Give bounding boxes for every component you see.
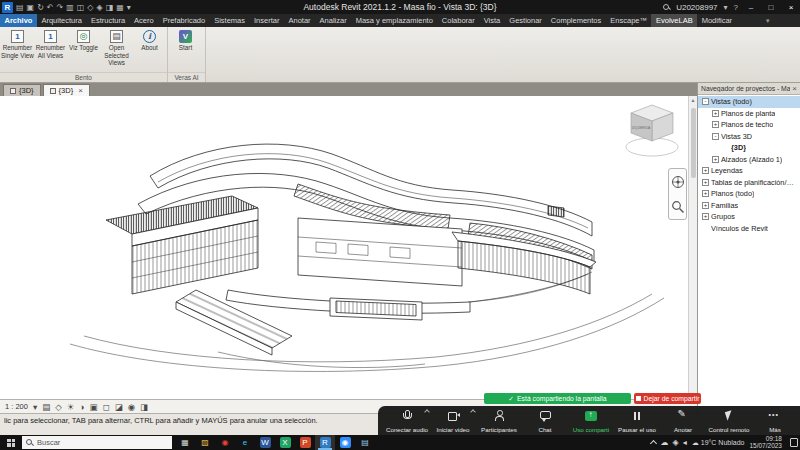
help-icon[interactable]: ? [734,3,738,12]
ribbon-tab[interactable]: Colaborar [437,14,479,27]
qat-dropdown-icon[interactable]: ▾ [127,3,131,12]
visual-style-icon[interactable]: ◇ [55,402,62,412]
minimize-button[interactable]: – [744,3,758,12]
expander-icon[interactable]: - [712,133,719,140]
pause-share-button[interactable]: Pausar el uso [614,408,660,434]
tree-item[interactable]: - Vistas 3D [698,131,800,143]
reveal-hidden-icon[interactable]: ◉ [128,402,135,412]
section-icon[interactable]: ◨ [106,3,114,12]
ribbon-options-icon[interactable]: ▾ [766,14,770,27]
clock[interactable]: 09:18 15/07/2023 [749,436,782,450]
weather-widget[interactable]: ☁ 19°C Nublado [692,439,745,447]
redo-icon[interactable]: ↷ [57,3,64,12]
stop-share-button[interactable]: Dejar de compartir [634,393,701,404]
notification-center-icon[interactable] [790,438,798,447]
tree-item[interactable]: Vínculos de Revit [698,223,800,235]
user-account[interactable]: U20208997 [676,3,717,12]
tree-item[interactable]: + Planos de planta [698,108,800,120]
file-explorer-icon[interactable]: ▨ [195,435,215,450]
viz-toggle-button[interactable]: Viz Toggle [67,29,100,72]
scale-dropdown-icon[interactable]: ▾ [33,402,37,412]
revit-app-menu-icon[interactable]: R [2,2,13,13]
thin-lines-icon[interactable]: ▦ [116,3,124,12]
tree-item[interactable]: + Planos (todo) [698,188,800,200]
zoom-tool-icon[interactable] [671,200,685,214]
detail-level-icon[interactable]: ▤ [42,402,50,412]
tree-item[interactable]: + Grupos [698,211,800,223]
zoom-icon[interactable]: ◉ [335,435,355,450]
tree-item[interactable]: + Alzados (Alzado 1) [698,154,800,166]
ribbon-tab[interactable]: Insertar [250,14,284,27]
tag-icon[interactable]: ◇ [87,3,93,12]
volume-icon[interactable]: ◂ [683,438,687,447]
save-icon[interactable]: ▣ [27,3,35,12]
temporary-hide-icon[interactable]: ◪ [115,402,123,412]
maximize-button[interactable]: □ [764,3,778,12]
onedrive-icon[interactable]: ☁ [661,438,669,447]
sync-icon[interactable]: ↻ [37,3,44,12]
3d-view-icon[interactable]: ◈ [97,3,103,12]
view-cube[interactable]: IZQUIERDA [621,101,683,161]
ribbon-tab[interactable]: Masa y emplazamiento [351,14,437,27]
edge-icon[interactable]: e [235,435,255,450]
view-tab[interactable]: {3D} × [43,84,90,96]
chrome-icon[interactable]: ◉ [215,435,235,450]
show-hidden-icons[interactable] [650,440,657,447]
sun-path-icon[interactable]: ☀ [67,402,75,412]
start-button[interactable] [0,435,22,450]
open-icon[interactable]: ▤ [16,3,24,12]
undo-icon[interactable]: ↶ [47,3,54,12]
ribbon-tab[interactable]: Archivo [0,14,37,27]
start-button[interactable]: Start [169,29,202,72]
ribbon-tab[interactable]: Analizar [315,14,351,27]
expander-icon[interactable]: + [702,213,709,220]
search-icon[interactable] [663,4,670,11]
tree-item[interactable]: - Vistas (todo) [698,96,800,108]
close-view-icon[interactable]: × [78,86,83,95]
expander-icon[interactable]: + [702,167,709,174]
expander-icon[interactable]: + [702,190,709,197]
participants-button[interactable]: Participantes [476,408,522,434]
chevron-up-icon[interactable] [470,409,476,415]
powerpoint-icon[interactable]: P [295,435,315,450]
ribbon-tab[interactable]: Arquitectura [37,14,86,27]
crop-view-icon[interactable]: ▣ [90,402,98,412]
expander-icon[interactable]: + [712,121,719,128]
ribbon-tab[interactable]: Anotar [284,14,315,27]
remote-control-button[interactable]: Control remoto [706,408,752,434]
ribbon-tab[interactable]: Modificar [697,14,736,27]
open-selected-views-button[interactable]: Open Selected Views [100,29,133,72]
ribbon-tab[interactable]: Sistemas [210,14,250,27]
tree-item[interactable]: + Tablas de planificación/Can... [698,177,800,189]
renumber-single-view-button[interactable]: Renumber Single View [1,29,34,72]
scale-control[interactable]: 1 : 200 [5,402,28,411]
scrollbar-thumb[interactable] [691,108,696,178]
revit-icon[interactable]: R [315,435,335,450]
ribbon-tab[interactable]: Vista [479,14,505,27]
close-button[interactable]: × [784,3,798,12]
start-video-button[interactable]: Iniciar video [430,408,476,434]
chevron-up-icon[interactable] [424,409,430,415]
more-button[interactable]: Más [752,408,798,434]
show-crop-icon[interactable]: ◻ [103,402,110,412]
navigation-wheel-icon[interactable] [671,175,685,189]
about-button[interactable]: About [133,29,166,72]
annotate-button[interactable]: Anotar [660,408,706,434]
connect-audio-button[interactable]: Conectar audio [384,408,430,434]
user-dropdown-icon[interactable]: ▾ [724,3,728,12]
project-browser-header[interactable]: Navegador de proyectos - Ma... × [698,83,800,95]
tree-item[interactable]: + Familias [698,200,800,212]
security-icon[interactable]: ◈ [673,438,679,447]
ribbon-tab[interactable]: EvolveLAB [651,14,697,27]
notepad-icon[interactable]: ▤ [355,435,375,450]
ribbon-tab[interactable]: Acero [130,14,159,27]
chat-button[interactable]: Chat [522,408,568,434]
task-view-icon[interactable]: ▦ [175,435,195,450]
expander-icon[interactable] [702,225,709,232]
ribbon-tab[interactable]: Complementos [546,14,605,27]
ribbon-tab[interactable]: Prefabricado [158,14,210,27]
tree-item[interactable]: {3D} [698,142,800,154]
tree-item[interactable]: + Leyendas [698,165,800,177]
temporary-view-icon[interactable]: ◨ [140,402,148,412]
expander-icon[interactable]: + [702,179,709,186]
